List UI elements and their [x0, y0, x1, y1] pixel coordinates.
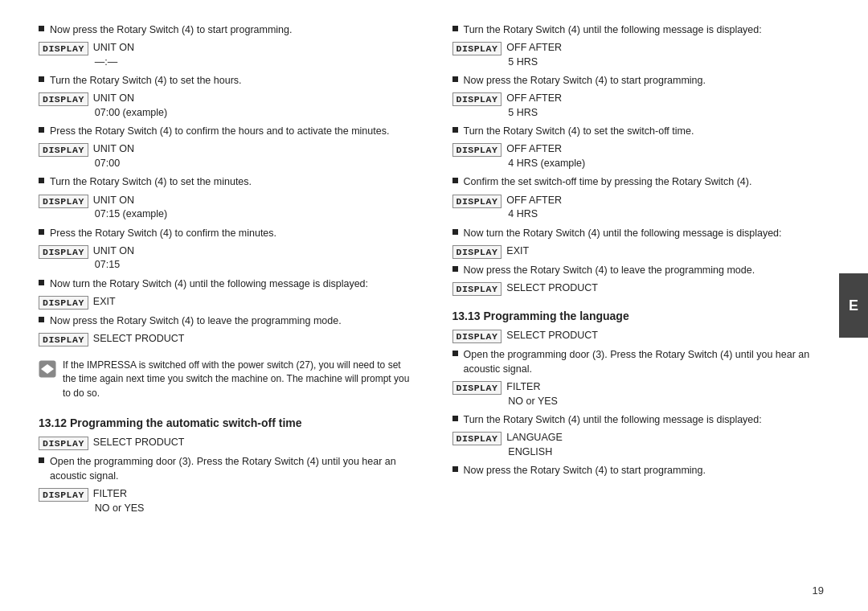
list-item: Turn the Rotary Switch (4) until the fol… — [452, 23, 825, 37]
display-text: OFF AFTER 5 HRS — [506, 92, 562, 120]
display-block: DISPLAY OFF AFTER 5 HRS — [452, 92, 825, 120]
list-item: Turn the Rotary Switch (4) until the fol… — [452, 412, 825, 427]
list-item: Open the programming door (3). Press the… — [39, 454, 411, 483]
list-item: Press the Rotary Switch (4) to confirm t… — [39, 124, 411, 138]
display-block: DISPLAY UNIT ON 07:15 — [39, 244, 411, 273]
display-block: DISPLAY EXIT — [39, 295, 411, 310]
display-block: DISPLAY SELECT PRODUCT — [452, 281, 825, 296]
bullet-icon — [452, 266, 458, 272]
bullet-text: Turn the Rotary Switch (4) to set the ho… — [50, 73, 242, 88]
display-text: UNIT ON 07:00 (example) — [93, 92, 167, 120]
display-label: DISPLAY — [452, 42, 502, 55]
display-text: UNIT ON 07:15 (example) — [93, 194, 167, 222]
bullet-icon — [452, 351, 458, 356]
side-tab: E — [839, 273, 868, 338]
bullet-text: Now press the Rotary Switch (4) to start… — [464, 73, 706, 88]
display-label: DISPLAY — [39, 437, 88, 450]
bullet-icon — [452, 26, 458, 31]
display-label: DISPLAY — [39, 296, 88, 310]
bullet-text: Turn the Rotary Switch (4) until the fol… — [464, 23, 762, 37]
bullet-text: Now turn the Rotary Switch (4) until the… — [50, 277, 368, 291]
display-label: DISPLAY — [452, 330, 502, 343]
bullet-text: Confirm the set switch-off time by press… — [464, 174, 752, 189]
bullet-text: Turn the Rotary Switch (4) until the fol… — [464, 412, 762, 427]
display-text: OFF AFTER 5 HRS — [506, 41, 562, 69]
bullet-icon — [39, 127, 44, 133]
display-block: DISPLAY OFF AFTER 4 HRS (example) — [452, 142, 825, 170]
display-label: DISPLAY — [452, 245, 502, 259]
display-block: DISPLAY SELECT PRODUCT — [452, 329, 825, 343]
bullet-text: Open the programming door (3). Press the… — [50, 454, 411, 483]
list-item: Now press the Rotary Switch (4) to start… — [452, 73, 825, 88]
list-item: Now press the Rotary Switch (4) to start… — [39, 23, 411, 37]
info-block: If the IMPRESSA is switched off with the… — [39, 359, 411, 400]
display-block: DISPLAY UNIT ON 07:00 (example) — [39, 92, 411, 120]
list-item: Now turn the Rotary Switch (4) until the… — [39, 277, 411, 291]
bullet-icon — [39, 317, 44, 322]
list-item: Turn the Rotary Switch (4) to set the ho… — [39, 73, 411, 88]
list-item: Now press the Rotary Switch (4) to start… — [452, 463, 825, 478]
display-label: DISPLAY — [39, 333, 88, 347]
bullet-text: Press the Rotary Switch (4) to confirm t… — [50, 226, 276, 240]
display-text: UNIT ON 07:00 — [93, 142, 134, 170]
display-block: DISPLAY UNIT ON —:— — [39, 41, 411, 69]
side-tab-label: E — [849, 297, 858, 314]
bullet-text: Open the programming door (3). Press the… — [464, 347, 825, 376]
list-item: Now press the Rotary Switch (4) to leave… — [452, 263, 825, 277]
display-block: DISPLAY SELECT PRODUCT — [39, 436, 411, 450]
bullet-icon — [39, 76, 44, 82]
content-area: Now press the Rotary Switch (4) to start… — [0, 0, 868, 611]
info-text: If the IMPRESSA is switched off with the… — [63, 359, 411, 400]
list-item: Open the programming door (3). Press the… — [452, 347, 825, 376]
section-heading-1313: 13.13 Programming the language — [452, 310, 825, 322]
bullet-text: Now press the Rotary Switch (4) to start… — [464, 463, 706, 478]
bullet-icon — [452, 466, 458, 472]
left-column: Now press the Rotary Switch (4) to start… — [39, 23, 419, 588]
display-text: OFF AFTER 4 HRS (example) — [506, 142, 585, 170]
display-text: FILTER NO or YES — [93, 487, 145, 515]
display-text: SELECT PRODUCT — [506, 329, 598, 343]
display-label: DISPLAY — [452, 432, 502, 445]
bullet-icon — [452, 416, 458, 421]
display-text: OFF AFTER 4 HRS — [506, 194, 562, 222]
display-text: EXIT — [506, 244, 529, 259]
display-label: DISPLAY — [452, 92, 502, 106]
list-item: Confirm the set switch-off time by press… — [452, 174, 825, 189]
bullet-text: Press the Rotary Switch (4) to confirm t… — [50, 124, 389, 138]
display-label: DISPLAY — [39, 143, 88, 157]
bullet-icon — [39, 178, 44, 183]
bullet-text: Now turn the Rotary Switch (4) until the… — [464, 226, 782, 240]
display-block: DISPLAY EXIT — [452, 244, 825, 259]
display-label: DISPLAY — [452, 195, 502, 208]
display-block: DISPLAY UNIT ON 07:15 (example) — [39, 194, 411, 222]
display-block: DISPLAY OFF AFTER 4 HRS — [452, 194, 825, 222]
right-column: Turn the Rotary Switch (4) until the fol… — [444, 23, 825, 588]
display-label: DISPLAY — [39, 245, 88, 259]
display-label: DISPLAY — [452, 282, 502, 296]
display-block: DISPLAY FILTER NO or YES — [39, 487, 411, 515]
bullet-icon — [452, 127, 458, 133]
display-block: DISPLAY FILTER NO or YES — [452, 380, 825, 408]
display-text: UNIT ON 07:15 — [93, 244, 134, 273]
display-label: DISPLAY — [452, 381, 502, 395]
list-item: Turn the Rotary Switch (4) to set the mi… — [39, 174, 411, 189]
bullet-text: Turn the Rotary Switch (4) to set the mi… — [50, 174, 252, 189]
page: E Now press the Rotary Switch (4) to sta… — [0, 0, 868, 611]
info-icon — [39, 360, 56, 378]
display-block: DISPLAY SELECT PRODUCT — [39, 332, 411, 347]
display-block: DISPLAY OFF AFTER 5 HRS — [452, 41, 825, 69]
display-text: UNIT ON —:— — [93, 41, 134, 69]
display-text: EXIT — [93, 295, 116, 310]
bullet-icon — [452, 229, 458, 235]
display-text: FILTER NO or YES — [506, 380, 558, 408]
bullet-icon — [452, 76, 458, 82]
display-label: DISPLAY — [39, 488, 88, 502]
bullet-text: Now press the Rotary Switch (4) to leave… — [50, 314, 342, 328]
bullet-text: Now press the Rotary Switch (4) to start… — [50, 23, 293, 37]
list-item: Press the Rotary Switch (4) to confirm t… — [39, 226, 411, 240]
bullet-text: Turn the Rotary Switch (4) to set the sw… — [464, 124, 694, 138]
bullet-icon — [39, 229, 44, 235]
list-item: Turn the Rotary Switch (4) to set the sw… — [452, 124, 825, 138]
display-label: DISPLAY — [39, 195, 88, 208]
display-text: LANGUAGE ENGLISH — [506, 431, 562, 459]
